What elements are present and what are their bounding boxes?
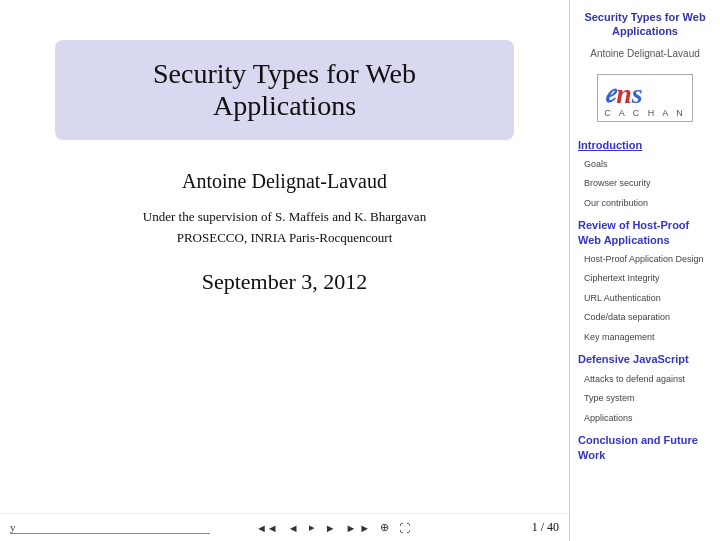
sidebar-item-applications[interactable]: Applications — [578, 412, 712, 426]
play-button[interactable]: ▸ — [306, 520, 318, 535]
slide-content: Security Types for Web Applications Anto… — [0, 0, 569, 513]
next-button[interactable]: ► ► — [343, 521, 374, 535]
sidebar-item-goals[interactable]: Goals — [578, 158, 712, 172]
presentation-date: September 3, 2012 — [202, 269, 368, 295]
supervisor-info: Under the supervision of S. Maffeis and … — [143, 207, 426, 249]
sidebar-item-key-management[interactable]: Key management — [578, 331, 712, 345]
sidebar-item-our-contribution[interactable]: Our contribution — [578, 197, 712, 211]
next-step-button[interactable]: ► — [322, 521, 339, 535]
title-box: Security Types for Web Applications — [55, 40, 513, 140]
y-mark: y — [10, 521, 16, 533]
fullscreen-button[interactable]: ⛶ — [396, 521, 413, 535]
prev-step-button[interactable]: ◄ — [285, 521, 302, 535]
sidebar-item-hostproof-design[interactable]: Host-Proof Application Design — [578, 253, 712, 267]
sidebar-title: Security Types for Web Applications — [578, 10, 712, 39]
sidebar-section-defensive-js[interactable]: Defensive JavaScript — [578, 352, 712, 366]
prev-button[interactable]: ◄◄ — [253, 521, 281, 535]
ens-cachan-logo: 𝑒 n s C A C H A N — [597, 74, 693, 122]
author-name: Antoine Delignat-Lavaud — [182, 170, 387, 193]
sidebar-item-browser-security[interactable]: Browser security — [578, 177, 712, 191]
bottom-bar: y ◄◄ ◄ ▸ ► ► ► ⊕ ⛶ 1 / 40 — [0, 513, 569, 541]
bottom-left-mark: y — [10, 521, 220, 534]
sidebar-item-attacks[interactable]: Attacks to defend against — [578, 373, 712, 387]
sidebar-section-hostproof[interactable]: Review of Host-Proof Web Applications — [578, 218, 712, 247]
cachan-text: C A C H A N — [604, 108, 686, 118]
sidebar-author: Antoine Delignat-Lavaud — [578, 47, 712, 60]
sidebar: Security Types for Web Applications Anto… — [570, 0, 720, 541]
sidebar-item-ciphertext-integrity[interactable]: Ciphertext Integrity — [578, 272, 712, 286]
ens-logo-letters: 𝑒 n s — [604, 78, 686, 110]
ens-s-letter: s — [632, 78, 643, 110]
slide-controls[interactable]: ◄◄ ◄ ▸ ► ► ► ⊕ ⛶ — [220, 520, 446, 535]
supervisor-line1: Under the supervision of S. Maffeis and … — [143, 209, 426, 224]
sidebar-item-type-system[interactable]: Type system — [578, 392, 712, 406]
sidebar-item-url-auth[interactable]: URL Authentication — [578, 292, 712, 306]
sidebar-section-conclusion[interactable]: Conclusion and Future Work — [578, 433, 712, 462]
zoom-button[interactable]: ⊕ — [377, 520, 392, 535]
sidebar-item-code-data-sep[interactable]: Code/data separation — [578, 311, 712, 325]
slide-title: Security Types for Web Applications — [85, 58, 483, 122]
slide-container: Security Types for Web Applications Anto… — [0, 0, 720, 541]
ens-n-letter: n — [616, 78, 632, 110]
sidebar-section-introduction[interactable]: Introduction — [578, 138, 712, 152]
main-slide-area: Security Types for Web Applications Anto… — [0, 0, 570, 541]
supervisor-line2: PROSECCO, INRIA Paris-Rocquencourt — [177, 230, 393, 245]
ens-logo-border: 𝑒 n s C A C H A N — [597, 74, 693, 122]
page-indicator: 1 / 40 — [446, 520, 559, 535]
